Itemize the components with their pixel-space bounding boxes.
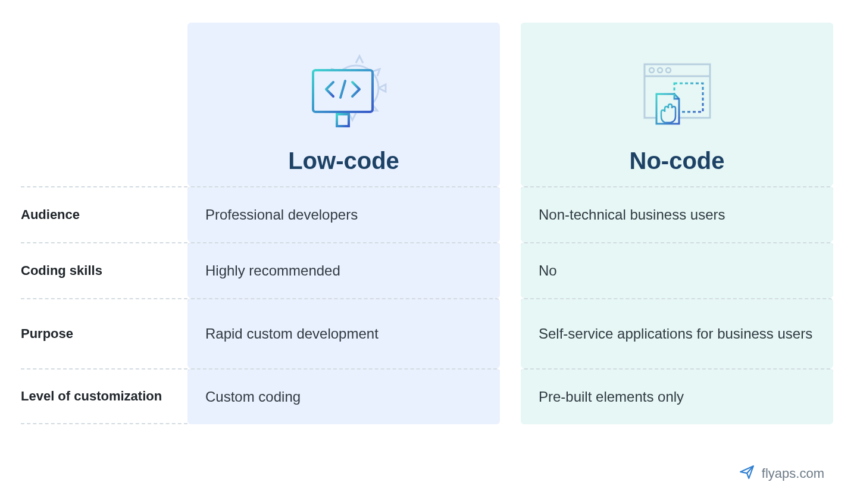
nocode-value: Non-technical business users xyxy=(521,186,833,242)
lowcode-value: Professional developers xyxy=(187,186,500,242)
nocode-title: No-code xyxy=(630,148,725,174)
lowcode-title: Low-code xyxy=(288,148,399,174)
row-label: Level of customization xyxy=(21,368,187,424)
svg-point-10 xyxy=(666,68,671,73)
svg-point-9 xyxy=(658,68,662,73)
lowcode-header: Low-code xyxy=(187,23,500,186)
lowcode-value: Rapid custom development xyxy=(187,298,500,368)
lowcode-value: Custom coding xyxy=(187,368,500,424)
nocode-value: Self-service applications for business u… xyxy=(521,298,833,368)
footer-attribution: flyaps.com xyxy=(739,464,824,483)
svg-rect-3 xyxy=(337,114,349,126)
nocode-value: No xyxy=(521,242,833,298)
drag-drop-window-icon xyxy=(633,46,722,148)
lowcode-value: Highly recommended xyxy=(187,242,500,298)
paper-plane-icon xyxy=(739,464,755,483)
label-header xyxy=(21,23,187,186)
nocode-header: No-code xyxy=(521,23,833,186)
svg-point-8 xyxy=(649,68,654,73)
comparison-table: Low-code xyxy=(21,23,833,424)
row-label: Purpose xyxy=(21,298,187,368)
nocode-value: Pre-built elements only xyxy=(521,368,833,424)
row-label: Audience xyxy=(21,186,187,242)
code-monitor-icon xyxy=(296,46,392,148)
footer-site: flyaps.com xyxy=(762,466,824,481)
row-label: Coding skills xyxy=(21,242,187,298)
